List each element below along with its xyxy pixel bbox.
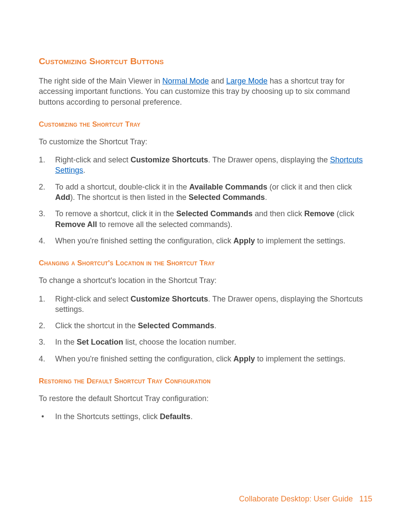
text: and then click xyxy=(252,209,304,218)
bold-customize-shortcuts: Customize Shortcuts xyxy=(131,156,208,164)
text: When you're finished setting the configu… xyxy=(55,355,234,363)
link-normal-mode[interactable]: Normal Mode xyxy=(162,77,209,85)
text: In the Shortcuts settings, click xyxy=(55,412,160,421)
sub1-item-1: Right-click and select Customize Shortcu… xyxy=(39,155,372,176)
document-page: Customizing Shortcut Buttons The right s… xyxy=(0,0,411,532)
text: To remove a shortcut, click it in the xyxy=(55,209,176,218)
sub1-lead: To customize the Shortcut Tray: xyxy=(39,137,372,147)
bold-add: Add xyxy=(55,193,70,202)
text: . xyxy=(83,166,85,174)
bold-selected-commands-2: Selected Commands xyxy=(176,209,252,218)
sub2-item-1: Right-click and select Customize Shortcu… xyxy=(39,294,372,315)
sub3-list: In the Shortcuts settings, click Default… xyxy=(39,411,372,422)
text: Right-click and select xyxy=(55,156,131,164)
sub1-item-3: To remove a shortcut, click it in the Se… xyxy=(39,208,372,230)
bold-defaults: Defaults xyxy=(160,412,190,421)
text: . The Drawer opens, displaying the xyxy=(208,156,330,164)
heading-main: Customizing Shortcut Buttons xyxy=(39,56,372,66)
bold-customize-shortcuts-2: Customize Shortcuts xyxy=(131,295,208,303)
bold-available-commands: Available Commands xyxy=(189,183,267,191)
text: . xyxy=(190,412,193,421)
text: to implement the settings. xyxy=(255,236,346,245)
intro-text-a: The right side of the Main Viewer in xyxy=(39,77,162,85)
bold-apply-2: Apply xyxy=(234,355,255,363)
sub2-lead: To change a shortcut's location in the S… xyxy=(39,275,372,286)
bold-apply: Apply xyxy=(234,236,255,245)
footer-title: Collaborate Desktop: User Guide xyxy=(239,495,353,503)
text: When you're finished setting the configu… xyxy=(55,236,234,245)
text: . xyxy=(265,193,267,202)
sub2-item-2: Click the shortcut in the Selected Comma… xyxy=(39,320,372,331)
bold-remove: Remove xyxy=(304,209,334,218)
sub1-item-2: To add a shortcut, double-click it in th… xyxy=(39,182,372,203)
text: To add a shortcut, double-click it in th… xyxy=(55,183,189,191)
text: list, choose the location number. xyxy=(123,338,236,346)
bold-set-location: Set Location xyxy=(77,338,123,346)
text: ). The shortcut is then listed in the xyxy=(70,193,189,202)
sub2-list: Right-click and select Customize Shortcu… xyxy=(39,294,372,364)
sub3-bullet-1: In the Shortcuts settings, click Default… xyxy=(39,411,372,422)
text: (or click it and then click xyxy=(268,183,352,191)
heading-sub3: Restoring the Default Shortcut Tray Conf… xyxy=(39,377,372,386)
heading-sub2: Changing a Shortcut's Location in the Sh… xyxy=(39,259,372,268)
bold-selected-commands: Selected Commands xyxy=(189,193,265,202)
text: Click the shortcut in the xyxy=(55,321,138,330)
text: to implement the settings. xyxy=(255,355,346,363)
text: (click xyxy=(334,209,354,218)
sub2-item-3: In the Set Location list, choose the loc… xyxy=(39,337,372,347)
sub1-item-4: When you're finished setting the configu… xyxy=(39,236,372,246)
footer-page-number: 115 xyxy=(359,495,372,503)
bold-selected-commands-3: Selected Commands xyxy=(138,321,214,330)
link-large-mode[interactable]: Large Mode xyxy=(226,77,268,85)
sub2-item-4: When you're finished setting the configu… xyxy=(39,354,372,364)
intro-text-b: and xyxy=(209,77,226,85)
text: Right-click and select xyxy=(55,295,131,303)
intro-paragraph: The right side of the Main Viewer in Nor… xyxy=(39,76,372,107)
page-footer: Collaborate Desktop: User Guide 115 xyxy=(239,495,372,504)
text: . xyxy=(214,321,216,330)
text: to remove all the selected commands). xyxy=(97,220,232,229)
text: In the xyxy=(55,338,77,346)
heading-sub1: Customizing the Shortcut Tray xyxy=(39,120,372,129)
sub1-list: Right-click and select Customize Shortcu… xyxy=(39,155,372,246)
sub3-lead: To restore the default Shortcut Tray con… xyxy=(39,393,372,404)
bold-remove-all: Remove All xyxy=(55,220,97,229)
